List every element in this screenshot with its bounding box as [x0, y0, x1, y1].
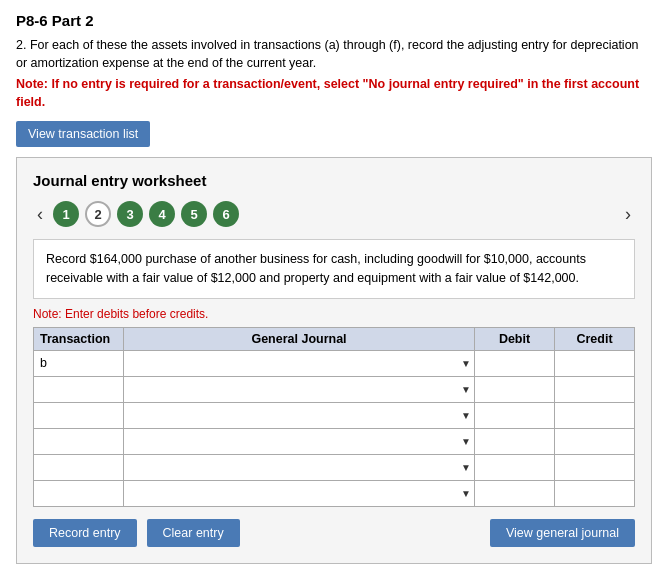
credit-input-5[interactable]	[555, 455, 634, 480]
transaction-cell-4	[34, 428, 124, 454]
credit-input-4[interactable]	[555, 429, 634, 454]
description-box: Record $164,000 purchase of another busi…	[33, 239, 635, 299]
debit-input-5[interactable]	[475, 455, 554, 480]
debit-cell-5[interactable]	[475, 454, 555, 480]
view-general-journal-button[interactable]: View general journal	[490, 519, 635, 547]
step-4[interactable]: 4	[149, 201, 175, 227]
table-row: ▼	[34, 454, 635, 480]
credit-input-1[interactable]	[555, 351, 634, 376]
clear-entry-button[interactable]: Clear entry	[147, 519, 240, 547]
debit-cell-2[interactable]	[475, 376, 555, 402]
table-row: ▼	[34, 402, 635, 428]
general-journal-input-1[interactable]	[124, 351, 474, 376]
debit-input-2[interactable]	[475, 377, 554, 402]
table-row: ▼	[34, 480, 635, 506]
general-journal-cell-2[interactable]: ▼	[124, 376, 475, 402]
note-red: Note: If no entry is required for a tran…	[16, 76, 652, 111]
instruction: 2. For each of these the assets involved…	[16, 37, 652, 72]
transaction-cell-2	[34, 376, 124, 402]
worksheet-title: Journal entry worksheet	[33, 172, 635, 189]
debit-input-1[interactable]	[475, 351, 554, 376]
step-2-current[interactable]: 2	[85, 201, 111, 227]
credit-cell-6[interactable]	[555, 480, 635, 506]
col-header-transaction: Transaction	[34, 327, 124, 350]
nav-row: ‹ 1 2 3 4 5 6 ›	[33, 201, 635, 227]
credit-input-2[interactable]	[555, 377, 634, 402]
view-transaction-list-button[interactable]: View transaction list	[16, 121, 150, 147]
general-journal-cell-4[interactable]: ▼	[124, 428, 475, 454]
bottom-buttons: Record entry Clear entry View general jo…	[33, 519, 635, 547]
general-journal-input-5[interactable]	[124, 455, 474, 480]
table-row: ▼	[34, 376, 635, 402]
worksheet-container: Journal entry worksheet ‹ 1 2 3 4 5 6 › …	[16, 157, 652, 564]
col-header-general-journal: General Journal	[124, 327, 475, 350]
general-journal-input-4[interactable]	[124, 429, 474, 454]
debit-input-3[interactable]	[475, 403, 554, 428]
general-journal-cell-1[interactable]: ▼	[124, 350, 475, 376]
transaction-cell-5	[34, 454, 124, 480]
credit-cell-1[interactable]	[555, 350, 635, 376]
page-title: P8-6 Part 2	[16, 12, 652, 29]
debit-cell-3[interactable]	[475, 402, 555, 428]
credit-cell-3[interactable]	[555, 402, 635, 428]
journal-table: Transaction General Journal Debit Credit…	[33, 327, 635, 507]
transaction-cell-1: b	[34, 350, 124, 376]
debit-input-4[interactable]	[475, 429, 554, 454]
next-arrow[interactable]: ›	[621, 204, 635, 225]
credit-input-3[interactable]	[555, 403, 634, 428]
step-1[interactable]: 1	[53, 201, 79, 227]
transaction-cell-3	[34, 402, 124, 428]
step-5[interactable]: 5	[181, 201, 207, 227]
credit-cell-4[interactable]	[555, 428, 635, 454]
transaction-cell-6	[34, 480, 124, 506]
general-journal-cell-6[interactable]: ▼	[124, 480, 475, 506]
table-row: ▼	[34, 428, 635, 454]
general-journal-input-3[interactable]	[124, 403, 474, 428]
general-journal-input-6[interactable]	[124, 481, 474, 506]
credit-input-6[interactable]	[555, 481, 634, 506]
debit-cell-1[interactable]	[475, 350, 555, 376]
record-entry-button[interactable]: Record entry	[33, 519, 137, 547]
col-header-debit: Debit	[475, 327, 555, 350]
general-journal-cell-3[interactable]: ▼	[124, 402, 475, 428]
general-journal-input-2[interactable]	[124, 377, 474, 402]
col-header-credit: Credit	[555, 327, 635, 350]
table-row: b ▼	[34, 350, 635, 376]
step-3[interactable]: 3	[117, 201, 143, 227]
step-6[interactable]: 6	[213, 201, 239, 227]
debit-input-6[interactable]	[475, 481, 554, 506]
note-debits: Note: Enter debits before credits.	[33, 307, 635, 321]
debit-cell-6[interactable]	[475, 480, 555, 506]
general-journal-cell-5[interactable]: ▼	[124, 454, 475, 480]
credit-cell-2[interactable]	[555, 376, 635, 402]
prev-arrow[interactable]: ‹	[33, 204, 47, 225]
credit-cell-5[interactable]	[555, 454, 635, 480]
debit-cell-4[interactable]	[475, 428, 555, 454]
